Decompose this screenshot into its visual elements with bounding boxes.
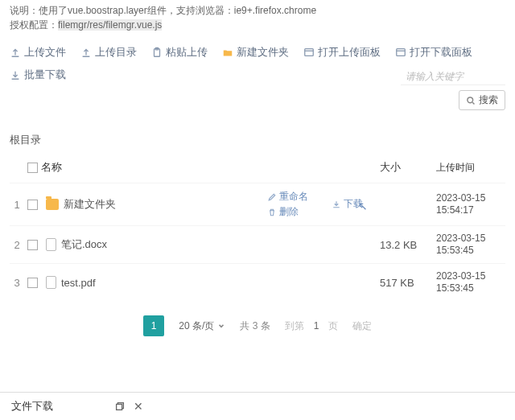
row-index: 2 bbox=[10, 226, 24, 264]
chevron-down-icon bbox=[217, 322, 225, 330]
folder-icon bbox=[46, 199, 59, 210]
page-size-select[interactable]: 20 条/页 bbox=[179, 319, 225, 333]
folder-plus-icon bbox=[222, 47, 233, 58]
svg-point-4 bbox=[468, 97, 473, 102]
panel-open-icon bbox=[303, 47, 315, 58]
file-name[interactable]: 笔记.docx bbox=[61, 237, 107, 252]
cursor-icon: ↖ bbox=[358, 200, 368, 212]
svg-rect-3 bbox=[397, 49, 406, 56]
open-upload-panel-button[interactable]: 打开上传面板 bbox=[303, 45, 381, 60]
page-current[interactable]: 1 bbox=[143, 315, 165, 336]
file-size: 517 KB bbox=[377, 264, 433, 302]
row-checkbox[interactable] bbox=[27, 200, 38, 210]
upload-file-button[interactable]: 上传文件 bbox=[10, 45, 66, 60]
search-input[interactable] bbox=[401, 68, 505, 85]
file-time: 2023-03-1515:53:45 bbox=[433, 264, 505, 302]
file-table: 名称 大小 上传时间 1新建文件夹重命名删除下载↖2023-03-1515:54… bbox=[10, 152, 505, 301]
file-icon bbox=[46, 276, 56, 289]
breadcrumb[interactable]: 根目录 bbox=[10, 133, 505, 147]
row-index: 1 bbox=[10, 183, 24, 226]
col-time: 上传时间 bbox=[436, 162, 475, 173]
rename-button[interactable]: 重命名 bbox=[267, 190, 325, 204]
page-goto-input[interactable] bbox=[307, 320, 326, 331]
search-icon bbox=[466, 96, 476, 105]
batch-download-button[interactable]: 批量下载 bbox=[10, 68, 66, 82]
table-row[interactable]: 1新建文件夹重命名删除下载↖2023-03-1515:54:17 bbox=[10, 183, 505, 226]
clipboard-icon bbox=[151, 47, 163, 58]
file-icon bbox=[46, 238, 56, 251]
pagination: 1 20 条/页 共 3 条 到第 页 确定 bbox=[10, 315, 505, 336]
file-size: 13.2 KB bbox=[377, 226, 433, 264]
toolbar: 上传文件 上传目录 粘贴上传 新建文件夹 打开上传面板 打开下载面板 bbox=[10, 45, 505, 60]
file-time: 2023-03-1515:54:17 bbox=[433, 183, 505, 226]
download-button[interactable]: 下载↖ bbox=[332, 197, 363, 211]
upload-icon bbox=[10, 47, 21, 58]
upload-dir-button[interactable]: 上传目录 bbox=[80, 45, 137, 60]
select-all-checkbox[interactable] bbox=[27, 163, 38, 173]
file-name[interactable]: test.pdf bbox=[61, 277, 96, 289]
open-download-panel-button[interactable]: 打开下载面板 bbox=[395, 45, 472, 60]
new-folder-button[interactable]: 新建文件夹 bbox=[222, 45, 289, 60]
download-icon bbox=[10, 69, 21, 80]
file-name[interactable]: 新建文件夹 bbox=[64, 197, 116, 212]
col-size: 大小 bbox=[380, 161, 401, 173]
row-checkbox[interactable] bbox=[27, 278, 38, 288]
file-time: 2023-03-1515:53:45 bbox=[433, 226, 505, 264]
page-total: 共 3 条 bbox=[240, 319, 270, 333]
col-name: 名称 bbox=[41, 161, 62, 173]
file-size bbox=[377, 183, 433, 226]
row-checkbox[interactable] bbox=[27, 240, 38, 250]
table-row[interactable]: 2笔记.docx13.2 KB2023-03-1515:53:45 bbox=[10, 226, 505, 264]
paste-upload-button[interactable]: 粘贴上传 bbox=[151, 45, 208, 60]
search-button[interactable]: 搜索 bbox=[459, 90, 505, 110]
delete-button[interactable]: 删除 bbox=[267, 205, 325, 219]
svg-rect-2 bbox=[305, 49, 314, 56]
meta-note-2: 授权配置：filemgr/res/filemgr.vue.js bbox=[10, 18, 505, 32]
meta-note-1: 说明：使用了vue.boostrap.layer组件，支持浏览器：ie9+.fi… bbox=[10, 3, 505, 18]
panel-open-icon bbox=[395, 47, 406, 58]
row-index: 3 bbox=[10, 264, 24, 302]
table-row[interactable]: 3test.pdf517 KB2023-03-1515:53:45 bbox=[10, 264, 505, 302]
page-go-button[interactable]: 确定 bbox=[352, 319, 372, 333]
upload-dir-icon bbox=[80, 47, 92, 58]
